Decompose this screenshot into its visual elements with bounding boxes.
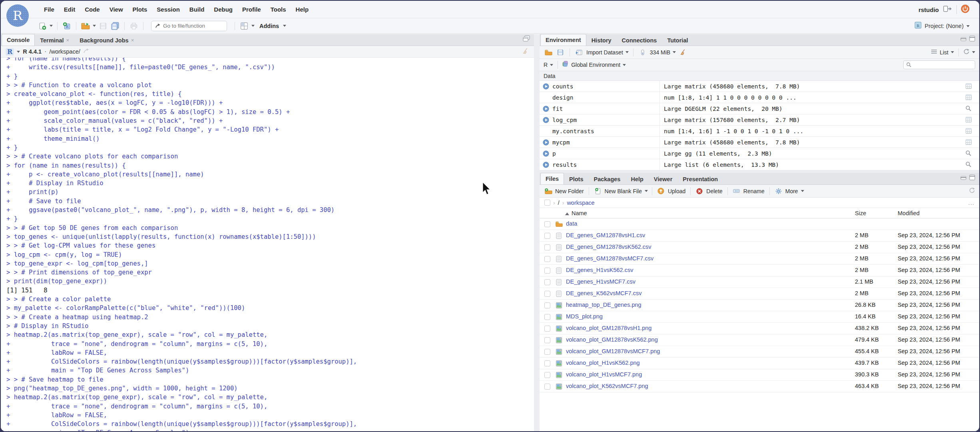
file-checkbox[interactable] [544, 268, 550, 274]
minimize-pane-icon[interactable] [960, 36, 967, 43]
refresh-icon[interactable] [963, 48, 970, 56]
files-tab-viewer[interactable]: Viewer [649, 173, 678, 184]
r-language-icon[interactable]: R [6, 48, 14, 56]
file-name-link[interactable]: volcano_plot_H1vsMCF7.png [566, 371, 642, 378]
file-checkbox[interactable] [544, 256, 550, 262]
view-table-icon[interactable] [965, 128, 972, 134]
import-dataset-button[interactable]: Import Dataset [586, 49, 623, 56]
quit-session-icon[interactable] [961, 4, 970, 15]
project-menu[interactable]: Project: (None) [924, 23, 964, 29]
view-table-icon[interactable] [965, 139, 972, 146]
console-tab-terminal[interactable]: Terminal× [35, 34, 74, 46]
menu-plots[interactable]: Plots [128, 4, 152, 15]
sign-out-icon[interactable] [943, 5, 952, 14]
file-row[interactable]: DE_genes_GM12878vsH1.csv2 MBSep 23, 2024… [540, 230, 979, 242]
file-row[interactable]: volcano_plot_GM12878vsH1.png438.2 KBSep … [540, 323, 979, 334]
file-row[interactable]: volcano_plot_GM12878vsK562.png479.4 KBSe… [540, 334, 979, 346]
console-output-area[interactable]: > for (name in names(results)) {+ write.… [1, 58, 534, 431]
refresh-caret[interactable] [972, 51, 975, 53]
file-checkbox[interactable] [544, 302, 550, 308]
file-row[interactable]: volcano_plot_H1vsMCF7.png390.3 KBSep 23,… [540, 369, 979, 381]
memory-caret[interactable] [673, 51, 676, 53]
menu-edit[interactable]: Edit [59, 4, 80, 15]
file-name-link[interactable]: volcano_plot_K562vsMCF7.png [566, 383, 648, 389]
environment-tab-history[interactable]: History [586, 34, 617, 46]
console-tab-console[interactable]: Console [2, 34, 35, 46]
environment-object-row[interactable]: countsLarge matrix (458680 elements, 7.8… [540, 81, 979, 92]
environment-scope-selector[interactable]: Global Environment [571, 62, 620, 68]
environment-object-row[interactable]: log_cpmLarge matrix (157680 elements, 2.… [540, 114, 979, 126]
expand-object-icon[interactable] [543, 150, 549, 157]
panes-dropdown-caret[interactable] [251, 25, 255, 27]
file-name-link[interactable]: DE_genes_GM12878vsH1.csv [566, 232, 645, 238]
file-name-link[interactable]: heatmap_top_DE_genes.png [566, 302, 641, 308]
environment-object-row[interactable]: my.contrastsnum [1:4, 1:6] 1 -1 0 0 1 0 … [540, 126, 979, 137]
close-tab-icon[interactable]: × [66, 37, 70, 43]
new-file-icon[interactable] [38, 21, 47, 31]
file-name-link[interactable]: DE_genes_H1vsK562.csv [566, 267, 633, 273]
file-row[interactable]: volcano_plot_GM12878vsMCF7.png455.4 KBSe… [540, 346, 979, 358]
expand-object-icon[interactable] [543, 139, 549, 146]
view-table-icon[interactable] [965, 83, 972, 90]
maximize-pane-icon[interactable] [969, 36, 975, 43]
menu-help[interactable]: Help [291, 4, 314, 15]
files-tab-help[interactable]: Help [625, 173, 648, 184]
file-checkbox[interactable] [544, 372, 550, 378]
breadcrumb-folder[interactable]: workspace [567, 200, 594, 206]
inspect-object-icon[interactable] [965, 105, 972, 112]
file-row-folder[interactable]: data [540, 218, 979, 230]
memory-usage-label[interactable]: 334 MiB [650, 49, 670, 56]
file-row[interactable]: DE_genes_K562vsMCF7.csv2 MBSep 23, 2024,… [540, 288, 979, 300]
new-project-icon[interactable]: R [62, 21, 72, 31]
files-tab-presentation[interactable]: Presentation [677, 173, 723, 184]
menu-debug[interactable]: Debug [209, 4, 237, 15]
close-tab-icon[interactable]: × [131, 37, 134, 43]
column-modified[interactable]: Modified [898, 210, 920, 216]
files-tab-packages[interactable]: Packages [589, 173, 626, 184]
file-name-link[interactable]: DE_genes_GM12878vsMCF7.csv [566, 255, 653, 262]
addins-dropdown-caret[interactable] [283, 25, 286, 27]
file-name-link[interactable]: volcano_plot_GM12878vsMCF7.png [566, 348, 660, 354]
view-table-icon[interactable] [965, 116, 972, 123]
menu-view[interactable]: View [105, 4, 128, 15]
clear-console-icon[interactable] [522, 48, 529, 56]
environment-object-row[interactable]: pLarge gg (11 elements, 2.3 MB) [540, 148, 979, 159]
environment-object-row[interactable]: fitLarge DGEGLM (22 elements, 20 MB) [540, 103, 979, 114]
scope-caret[interactable] [623, 64, 626, 66]
goto-directory-icon[interactable] [83, 48, 90, 55]
list-view-caret[interactable] [951, 51, 954, 53]
file-checkbox[interactable] [544, 360, 550, 366]
new-blank-file-button[interactable]: New Blank File [605, 188, 642, 194]
open-recent-caret[interactable] [93, 25, 96, 27]
menu-build[interactable]: Build [185, 4, 209, 15]
file-row[interactable]: MDS_plot.png16.4 KBSep 23, 2024, 12:56 P… [540, 311, 979, 323]
menu-code[interactable]: Code [80, 4, 105, 15]
file-checkbox[interactable] [544, 221, 550, 227]
expand-object-icon[interactable] [543, 117, 549, 123]
more-button[interactable]: More [785, 188, 798, 194]
column-size[interactable]: Size [855, 210, 866, 216]
file-checkbox[interactable] [544, 233, 550, 239]
file-name-link[interactable]: MDS_plot.png [566, 313, 603, 320]
more-caret[interactable] [801, 190, 804, 192]
inspect-object-icon[interactable] [965, 161, 972, 168]
file-row[interactable]: heatmap_top_DE_genes.png26.8 KBSep 23, 2… [540, 300, 979, 311]
file-name-link[interactable]: DE_genes_GM12878vsK562.csv [566, 244, 651, 250]
select-all-checkbox[interactable] [544, 200, 550, 206]
menu-profile[interactable]: Profile [237, 4, 266, 15]
file-checkbox[interactable] [544, 326, 550, 332]
menu-file[interactable]: File [39, 4, 59, 15]
workspace-panes-icon[interactable] [239, 21, 249, 31]
file-name-link[interactable]: volcano_plot_GM12878vsK562.png [566, 336, 658, 343]
project-dropdown-caret[interactable] [966, 25, 970, 27]
addins-label[interactable]: Addins [259, 23, 279, 29]
menu-session[interactable]: Session [152, 4, 185, 15]
rename-button[interactable]: Rename [743, 188, 765, 194]
expand-object-icon[interactable] [543, 162, 549, 168]
upload-button[interactable]: Upload [668, 188, 685, 194]
goto-file-input[interactable] [163, 23, 219, 29]
goto-file-search[interactable] [151, 21, 227, 31]
breadcrumb-root[interactable]: / [558, 200, 560, 206]
file-row[interactable]: volcano_plot_K562vsMCF7.png463.4 KBSep 2… [540, 381, 979, 392]
file-checkbox[interactable] [544, 244, 550, 250]
